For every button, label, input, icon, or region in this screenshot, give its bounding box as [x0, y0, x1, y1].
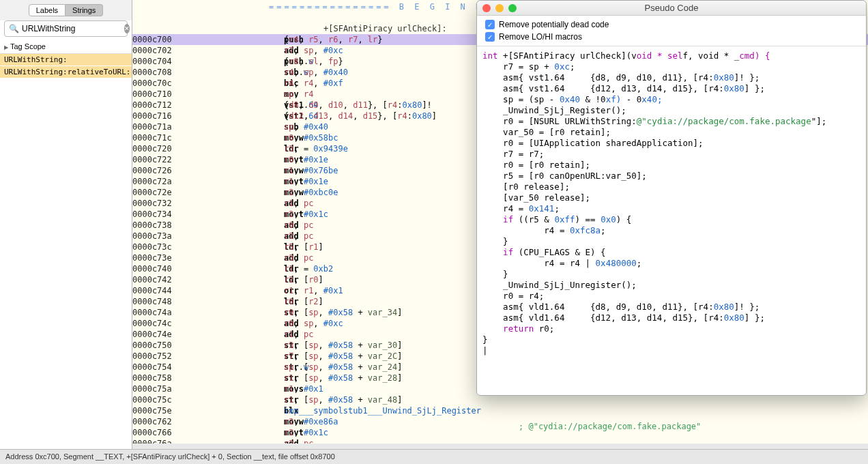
window-title: Pseudo Code	[477, 3, 866, 13]
tab-strings[interactable]: Strings	[66, 4, 103, 16]
clear-search-icon[interactable]: ✕	[124, 24, 130, 33]
window-titlebar[interactable]: Pseudo Code	[477, 1, 866, 16]
status-bar: Address 0xc700, Segment __TEXT, +[SFAnti…	[0, 449, 868, 464]
checkbox-checked-icon: ✓	[485, 32, 495, 42]
pseudo-code-window: Pseudo Code ✓Remove potentially dead cod…	[476, 0, 867, 396]
pseudo-options: ✓Remove potentially dead code ✓Remove LO…	[477, 16, 866, 46]
result-item[interactable]: URLWithString:	[0, 54, 132, 66]
pseudo-code-view[interactable]: int +[SFAntiPiracy urlCheck](void * self…	[477, 46, 866, 395]
search-input[interactable]	[22, 24, 124, 33]
checkbox-checked-icon: ✓	[485, 20, 495, 29]
opt-remove-dead-code[interactable]: ✓Remove potentially dead code	[485, 18, 858, 31]
search-field-wrap: 🔍 ✕	[4, 20, 128, 37]
strings-sidebar: Labels Strings 🔍 ✕ Tag Scope URLWithStri…	[0, 0, 132, 464]
search-icon: 🔍	[9, 24, 19, 33]
result-item[interactable]: URLWithString:relativeToURL:	[0, 66, 132, 78]
search-results: URLWithString: URLWithString:relativeToU…	[0, 54, 132, 464]
sidebar-tab-segmented: Labels Strings	[0, 0, 132, 20]
tag-scope-disclosure[interactable]: Tag Scope	[0, 40, 132, 54]
tab-labels[interactable]: Labels	[29, 4, 66, 16]
opt-remove-lohi-macros[interactable]: ✓Remove LO/HI macros	[485, 31, 858, 43]
